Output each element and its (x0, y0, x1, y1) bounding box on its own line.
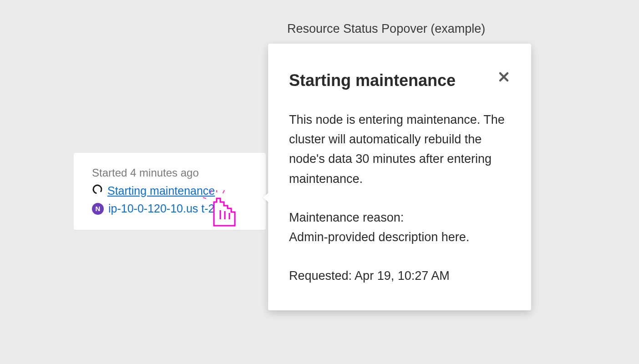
node-link[interactable]: ip-10-0-120-10.us t-2. (108, 202, 218, 215)
popover-title: Starting maintenance (289, 71, 456, 90)
spinner-icon (92, 184, 103, 197)
node-row: N ip-10-0-120-10.us t-2. (92, 202, 250, 215)
reason-value: Admin-provided description here. (289, 230, 469, 244)
status-link[interactable]: Starting maintenance (107, 184, 215, 197)
close-button[interactable] (497, 69, 510, 86)
node-badge-icon: N (92, 203, 104, 215)
reason-label: Maintenance reason: (289, 211, 404, 224)
popover-header: Starting maintenance (289, 71, 510, 90)
status-popover: Starting maintenance This node is enteri… (268, 44, 531, 310)
resource-card: Started 4 minutes ago Starting maintenan… (74, 153, 266, 230)
popover-reason: Maintenance reason: Admin-provided descr… (289, 208, 510, 247)
popover-description: This node is entering maintenance. The c… (289, 110, 510, 189)
started-text: Started 4 minutes ago (92, 167, 250, 179)
close-icon (498, 69, 509, 86)
popover-arrow-icon (263, 191, 270, 204)
svg-point-0 (92, 184, 102, 194)
page-title: Resource Status Popover (example) (287, 22, 485, 36)
popover-requested: Requested: Apr 19, 10:27 AM (289, 266, 510, 286)
popover-body: This node is entering maintenance. The c… (289, 110, 510, 286)
status-row: Starting maintenance (92, 184, 250, 197)
